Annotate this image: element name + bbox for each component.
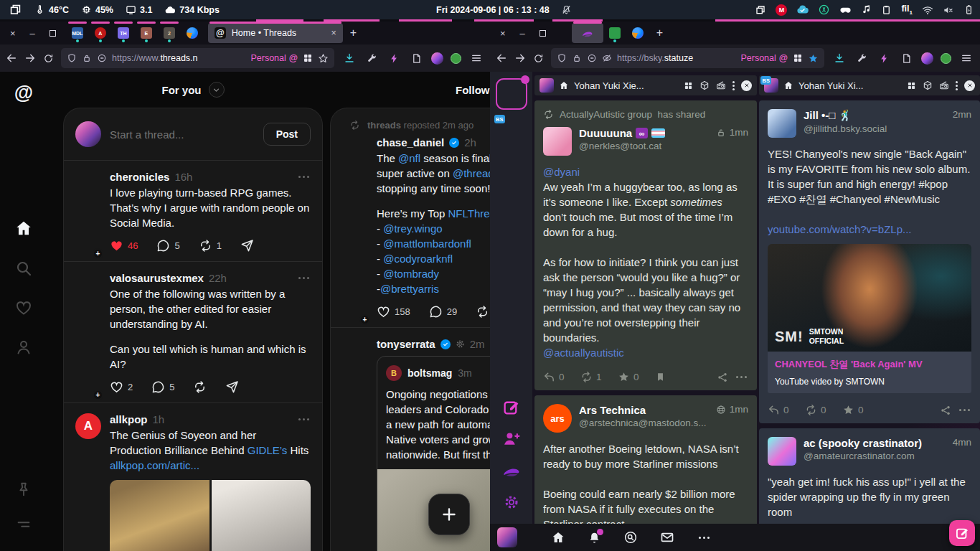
more-icon[interactable] [697,537,711,539]
mention-link[interactable]: @tombrady [383,268,439,280]
bookmark-star-icon[interactable] [318,53,329,64]
composer-avatar[interactable] [75,121,101,147]
shortcuts-grid-icon[interactable] [793,53,803,63]
forward-button[interactable] [514,52,526,64]
pinned-tab-firefox[interactable] [627,23,649,43]
pinned-tab-red[interactable]: A [90,23,111,43]
menu-hamburger-icon[interactable] [468,52,484,64]
save-page-extension-icon[interactable] [409,53,424,64]
mention-link[interactable]: @brettyarris [380,283,439,295]
mention-link[interactable]: @dyani [543,166,580,178]
url-bar[interactable]: https://bsky.statuze Personal@ [551,48,824,68]
column-close-icon[interactable] [964,80,975,91]
display-name[interactable]: Ars Technica [579,404,646,416]
radio-icon[interactable] [939,80,949,90]
sidebar-activity-icon[interactable] [15,299,32,316]
cube-icon[interactable] [699,80,710,90]
compose-fab[interactable] [949,520,975,546]
cube-icon[interactable] [923,80,933,90]
mention-link[interactable]: @mattlombardonfl [383,237,471,250]
youtube-link[interactable]: youtube.com/watch?v=bZLp... [768,223,912,235]
new-thread-fab[interactable] [428,494,470,535]
share-icon[interactable] [940,405,951,416]
shortcuts-grid-icon[interactable] [303,53,313,63]
clipboard-tray-icon[interactable] [881,4,892,15]
mention-link[interactable]: @trey.wingo [383,222,442,235]
window-maximize-button[interactable] [50,30,56,37]
repost-button[interactable]: 1 [199,239,222,253]
bottom-avatar[interactable] [497,527,517,547]
follow-plus-badge[interactable]: + [359,314,370,325]
reply-button[interactable]: 0 [543,371,575,383]
post-menu-icon[interactable] [734,376,748,378]
like-button[interactable]: 2 [110,380,133,394]
gamepad-tray-icon[interactable] [839,4,852,16]
grid-icon[interactable] [907,81,916,90]
favourite-button[interactable]: 0 [618,371,649,383]
post-menu-icon[interactable] [296,176,311,178]
file-indexer-tray[interactable]: fil1 [901,4,913,16]
boost-button[interactable]: 1 [580,371,612,383]
tab-home-threads[interactable]: @ Home • Threads × [208,23,343,43]
repost-button[interactable] [193,380,207,394]
sidebar-menu-icon[interactable] [16,517,32,532]
volume-muted-tray-icon[interactable] [943,4,954,16]
account-mastodon[interactable] [497,80,526,108]
avatar[interactable]: A [75,413,101,439]
like-button[interactable]: 158 [377,305,410,319]
booster-name[interactable]: ActuallyAutistic group [560,109,652,120]
tab-following[interactable]: Following [456,84,490,96]
post-menu-icon[interactable] [296,277,311,279]
post-button[interactable]: Post [263,123,311,146]
share-button[interactable] [225,380,239,394]
sengi-logo[interactable] [501,461,521,481]
back-button[interactable] [496,52,507,64]
add-account-icon[interactable] [502,430,520,448]
tools-wrench-icon[interactable] [364,53,380,64]
clock[interactable]: Fri 2024-09-06 | 06 : 13 : 48 [436,5,550,15]
video-thumbnail[interactable]: SM! SMTOWNOFFICIAL [768,244,971,352]
battery-tray-icon[interactable] [963,4,974,15]
tracking-protection-shield-icon[interactable] [557,53,567,63]
column-header[interactable]: Yohan Yuki Xie... [534,75,757,95]
notifications-muted-icon[interactable] [561,4,572,15]
window-maximize-button[interactable] [540,30,546,37]
tab-close-icon[interactable]: × [331,28,336,38]
sidebar-search-icon[interactable] [15,260,32,277]
post-time[interactable]: 1mn [730,404,748,415]
workspace-layout-icon[interactable] [9,3,22,17]
video-title[interactable]: CHANYEOL 찬열 'Back Again' MV [775,358,964,371]
https-lock-icon[interactable] [82,53,92,63]
pinned-tab-mdl[interactable]: MDL [67,23,88,43]
feed-picker-chevron[interactable] [209,82,225,98]
pinned-tab-e[interactable]: E [136,23,157,43]
grid-icon[interactable] [684,81,693,90]
forward-button[interactable] [24,52,36,64]
like-button[interactable]: 46 [110,239,138,253]
https-lock-icon[interactable] [572,53,582,63]
column-menu-icon[interactable] [732,85,735,87]
username[interactable]: allkpop [110,413,148,425]
downloads-button[interactable] [831,52,847,64]
window-switcher-icon[interactable] [755,4,766,16]
reply-button[interactable]: 0 [768,404,799,416]
mention-link[interactable]: @threads [453,167,490,179]
username[interactable]: valosaurustexmex [110,272,204,284]
comment-button[interactable]: 5 [156,239,179,253]
column-avatar[interactable] [540,78,554,93]
comment-button[interactable]: 5 [151,380,174,394]
thread-composer[interactable]: Start a thread... Post [64,108,322,160]
bookmark-button[interactable] [655,372,687,382]
pinned-tab-green[interactable] [604,23,626,43]
mention-link[interactable]: @actuallyautistic [543,347,624,359]
share-button[interactable] [240,239,254,253]
avatar[interactable] [768,437,796,466]
profile-avatar[interactable] [921,52,933,65]
window-minimize-button[interactable]: – [520,28,525,39]
downloads-button[interactable] [341,52,357,64]
sidebar-home-icon[interactable] [14,219,33,237]
permissions-icon[interactable] [587,53,597,63]
threads-logo[interactable]: @ [14,82,33,104]
post-image[interactable] [110,480,209,551]
post-menu-icon[interactable] [957,409,971,411]
